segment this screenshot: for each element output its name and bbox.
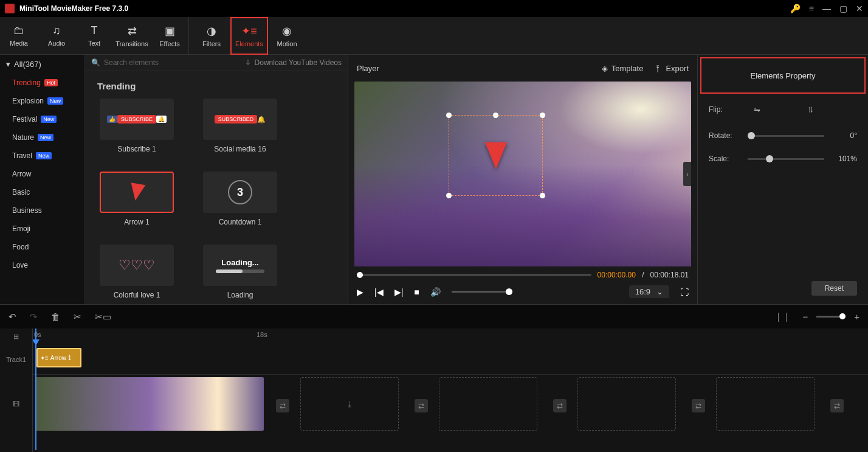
- category-emoji[interactable]: Emoji: [0, 220, 84, 238]
- text-tab[interactable]: TText: [75, 17, 113, 55]
- close-button[interactable]: ✕: [856, 4, 863, 13]
- crop-button[interactable]: ✂▭: [95, 311, 111, 322]
- zoom-slider[interactable]: [816, 316, 846, 318]
- search-placeholder: Search elements: [104, 58, 159, 67]
- menu-icon[interactable]: ≡: [809, 4, 814, 13]
- elements-track[interactable]: ✦≡Arrow 1: [33, 344, 868, 375]
- resize-handle[interactable]: [540, 193, 545, 198]
- video-track[interactable]: ⇄ ⭳ ⇄ ⇄ ⇄ ⇄: [33, 375, 868, 433]
- volume-slider[interactable]: [452, 291, 512, 293]
- play-button[interactable]: ▶: [357, 287, 363, 297]
- zoom-in-button[interactable]: +: [854, 311, 859, 322]
- badge-hot: Hot: [44, 79, 58, 86]
- motion-tab[interactable]: ◉Motion: [268, 17, 306, 55]
- empty-clip-slot[interactable]: [439, 377, 537, 431]
- element-item[interactable]: SUBSCRIBED 🔔Social media 16: [201, 99, 280, 153]
- seek-slider[interactable]: [357, 274, 591, 276]
- element-clip[interactable]: ✦≡Arrow 1: [36, 348, 81, 367]
- category-love[interactable]: Love: [0, 256, 84, 274]
- category-arrow[interactable]: Arrow: [0, 165, 84, 183]
- rotate-value: 0°: [833, 131, 857, 140]
- category-all[interactable]: ▾All(367): [0, 55, 84, 74]
- resize-handle[interactable]: [446, 193, 452, 198]
- search-icon: 🔍: [91, 58, 100, 67]
- transition-slot-icon[interactable]: ⇄: [553, 399, 567, 412]
- redo-button[interactable]: ↷: [30, 311, 38, 322]
- resize-handle[interactable]: [540, 113, 545, 118]
- preview-viewport[interactable]: ›: [354, 82, 691, 266]
- transition-slot-icon[interactable]: ⇄: [415, 399, 428, 412]
- delete-button[interactable]: 🗑: [51, 311, 60, 322]
- category-nature[interactable]: NatureNew: [0, 128, 84, 147]
- app-title: MiniTool MovieMaker Free 7.3.0: [19, 4, 790, 13]
- maximize-button[interactable]: ▢: [839, 4, 847, 13]
- category-trending[interactable]: TrendingHot: [0, 74, 84, 92]
- zoom-out-button[interactable]: −: [802, 311, 808, 322]
- element-thumbnail[interactable]: Loading...: [203, 245, 277, 286]
- app-logo: [5, 4, 15, 13]
- empty-clip-slot[interactable]: [577, 377, 676, 431]
- template-button[interactable]: ◈Template: [602, 64, 644, 73]
- element-thumbnail[interactable]: 3: [203, 172, 277, 213]
- license-key-icon[interactable]: 🔑: [790, 4, 801, 13]
- category-food[interactable]: Food: [0, 238, 84, 256]
- badge-new: New: [38, 134, 53, 141]
- element-item[interactable]: Arrow 1: [97, 172, 176, 226]
- add-track-button[interactable]: ⊞: [0, 329, 32, 344]
- category-business[interactable]: Business: [0, 201, 84, 220]
- element-transform-box[interactable]: [449, 115, 543, 196]
- scale-slider[interactable]: [748, 158, 824, 160]
- category-travel[interactable]: TravelNew: [0, 147, 84, 165]
- volume-icon[interactable]: 🔊: [430, 287, 441, 297]
- rotate-handle[interactable]: [493, 113, 498, 118]
- time-ruler[interactable]: 0s 18s: [33, 329, 868, 344]
- element-thumbnail[interactable]: ♡♡♡: [100, 245, 174, 286]
- filters-tab[interactable]: ◑Filters: [193, 17, 230, 55]
- elements-tab[interactable]: ✦≡Elements: [230, 17, 268, 55]
- audio-tab[interactable]: ♫Audio: [38, 17, 75, 55]
- search-input[interactable]: 🔍 Search elements: [91, 58, 240, 67]
- effects-tab[interactable]: ▣Effects: [151, 17, 188, 55]
- transitions-tab[interactable]: ⇄Transitions: [113, 17, 151, 55]
- arrow-element-preview[interactable]: [485, 142, 507, 169]
- timeline-options-icon[interactable]: ⎸⎸: [778, 311, 794, 322]
- export-button[interactable]: ⭱Export: [654, 64, 689, 73]
- undo-button[interactable]: ↶: [9, 311, 16, 322]
- download-youtube-link[interactable]: ⇩ Download YouTube Videos: [245, 58, 342, 67]
- scale-label: Scale:: [709, 155, 739, 163]
- flip-horizontal-button[interactable]: ⇋: [748, 102, 766, 117]
- transition-slot-icon[interactable]: ⇄: [692, 399, 705, 412]
- element-item[interactable]: Loading...Loading: [201, 245, 280, 299]
- media-tab[interactable]: 🗀Media: [0, 17, 38, 55]
- player-panel: Player ◈Template ⭱Export › 00:00:00.00 /…: [348, 55, 698, 304]
- fullscreen-button[interactable]: ⛶: [680, 287, 689, 297]
- category-basic[interactable]: Basic: [0, 183, 84, 201]
- rotate-slider[interactable]: [748, 135, 824, 137]
- aspect-ratio-select[interactable]: 16:9⌄: [629, 285, 669, 298]
- prev-frame-button[interactable]: |◀: [374, 287, 384, 297]
- transition-slot-icon[interactable]: ⇄: [830, 399, 844, 412]
- flip-vertical-button[interactable]: ⥮: [801, 102, 819, 117]
- split-button[interactable]: ✂: [74, 311, 81, 322]
- reset-button[interactable]: Reset: [811, 281, 857, 296]
- music-icon: ♫: [52, 24, 61, 37]
- transition-slot-icon[interactable]: ⇄: [276, 399, 289, 412]
- text-icon: T: [91, 24, 98, 37]
- category-explosion[interactable]: ExplosionNew: [0, 92, 84, 110]
- element-item[interactable]: 3Countdown 1: [201, 172, 280, 226]
- element-item[interactable]: 👍 SUBSCRIBE 🔔Subscribe 1: [97, 99, 176, 153]
- video-clip[interactable]: [35, 377, 264, 431]
- collapse-panel-icon[interactable]: ›: [683, 162, 691, 186]
- element-thumbnail[interactable]: SUBSCRIBED 🔔: [203, 99, 277, 140]
- next-frame-button[interactable]: ▶|: [394, 287, 404, 297]
- element-thumbnail[interactable]: 👍 SUBSCRIBE 🔔: [100, 99, 174, 140]
- minimize-button[interactable]: —: [822, 4, 831, 13]
- playhead[interactable]: [35, 329, 36, 450]
- empty-clip-slot[interactable]: [716, 377, 815, 431]
- empty-clip-slot[interactable]: ⭳: [300, 377, 399, 431]
- stop-button[interactable]: ■: [414, 287, 419, 297]
- resize-handle[interactable]: [446, 113, 452, 118]
- element-item[interactable]: ♡♡♡Colorful love 1: [97, 245, 176, 299]
- element-thumbnail[interactable]: [100, 172, 174, 213]
- category-festival[interactable]: FestivalNew: [0, 110, 84, 128]
